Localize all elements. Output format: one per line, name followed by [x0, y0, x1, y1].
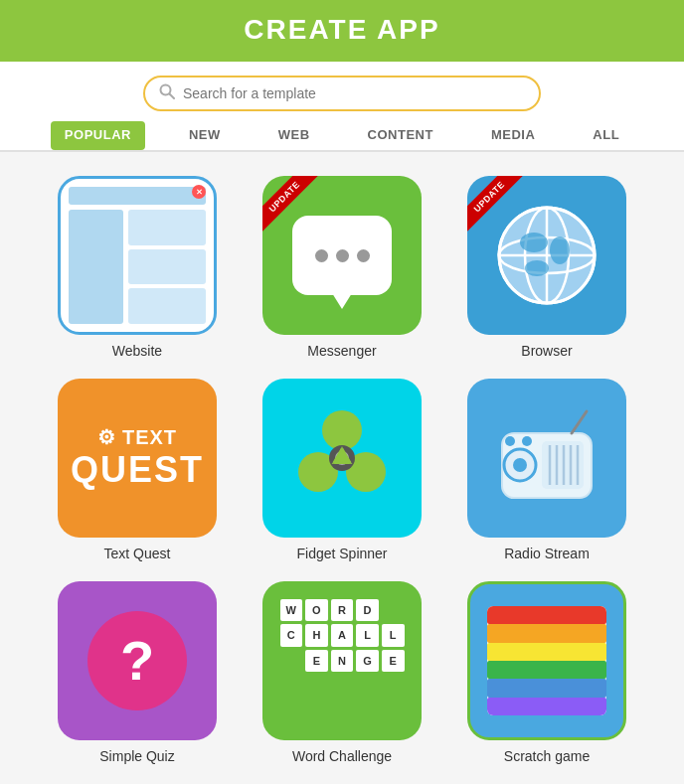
app-icon-scratch: [467, 581, 626, 740]
app-icon-website: ✕: [58, 176, 217, 335]
tab-popular[interactable]: POPULAR: [51, 121, 145, 150]
app-label-messenger: Messenger: [307, 343, 376, 359]
app-label-quiz: Simple Quiz: [99, 748, 174, 764]
gear-icon: ⚙: [97, 425, 116, 449]
tab-new[interactable]: NEW: [175, 121, 235, 150]
app-label-radio: Radio Stream: [504, 546, 590, 561]
app-item-scratch[interactable]: Scratch game: [449, 581, 644, 764]
svg-point-9: [550, 236, 570, 264]
search-bar[interactable]: [143, 76, 541, 111]
app-item-quiz[interactable]: ? Simple Quiz: [40, 581, 235, 764]
svg-point-30: [522, 436, 532, 446]
app-label-browser: Browser: [521, 343, 572, 359]
app-icon-quiz: ?: [58, 581, 217, 740]
svg-point-10: [525, 260, 549, 276]
search-icon: [159, 83, 175, 103]
app-grid: ✕ Website UPDATE: [0, 152, 684, 784]
svg-point-11: [322, 410, 362, 450]
app-item-messenger[interactable]: UPDATE Messenger: [245, 176, 439, 359]
spinner-icon: [287, 403, 397, 513]
svg-point-29: [505, 436, 515, 446]
question-mark-icon: ?: [120, 633, 154, 689]
app-item-browser[interactable]: UPDATE Browser: [449, 176, 644, 359]
app-label-word: Word Challenge: [292, 748, 392, 764]
svg-point-8: [520, 233, 548, 252]
app-icon-browser: UPDATE: [467, 176, 626, 335]
page-header: CREATE APP: [0, 0, 684, 62]
chat-bubble: [292, 216, 392, 295]
scratch-stripes: [487, 606, 606, 715]
tq-quest-label: QUEST: [71, 449, 204, 491]
tab-bar: POPULAR NEW WEB CONTENT MEDIA ALL: [0, 111, 684, 150]
page-title: CREATE APP: [0, 14, 684, 46]
app-icon-fidget: [262, 379, 422, 538]
radio-icon: [492, 403, 601, 513]
app-item-website[interactable]: ✕ Website: [40, 176, 235, 359]
tab-content[interactable]: CONTENT: [354, 121, 447, 150]
app-item-radio[interactable]: Radio Stream: [449, 379, 644, 561]
globe-icon: [492, 201, 601, 310]
tab-all[interactable]: ALL: [579, 121, 633, 150]
app-label-fidget: Fidget Spinner: [296, 546, 387, 561]
textquest-content: ⚙ TEXT QUEST: [71, 425, 204, 491]
app-item-textquest[interactable]: ⚙ TEXT QUEST Text Quest: [40, 379, 235, 561]
svg-line-28: [572, 411, 587, 433]
app-label-website: Website: [112, 343, 162, 359]
app-label-textquest: Text Quest: [104, 546, 171, 561]
svg-line-1: [170, 94, 175, 99]
search-section: POPULAR NEW WEB CONTENT MEDIA ALL: [0, 62, 684, 152]
app-icon-radio: [467, 379, 626, 538]
scratch-canvas: [487, 606, 606, 715]
tq-text-label: TEXT: [122, 426, 177, 449]
search-input[interactable]: [183, 85, 525, 101]
quiz-circle: ?: [87, 611, 187, 710]
tab-web[interactable]: WEB: [264, 121, 324, 150]
app-icon-word: W O R D C H A L L E N G E: [262, 581, 422, 740]
tab-media[interactable]: MEDIA: [477, 121, 549, 150]
app-item-word[interactable]: W O R D C H A L L E N G E: [245, 581, 439, 764]
app-item-fidget[interactable]: Fidget Spinner: [245, 379, 439, 561]
close-icon: ✕: [192, 185, 206, 199]
svg-point-27: [513, 458, 527, 472]
app-icon-messenger: UPDATE: [262, 176, 422, 335]
app-label-scratch: Scratch game: [504, 748, 590, 764]
tq-top-row: ⚙ TEXT: [97, 425, 177, 449]
app-icon-textquest: ⚙ TEXT QUEST: [58, 379, 217, 538]
